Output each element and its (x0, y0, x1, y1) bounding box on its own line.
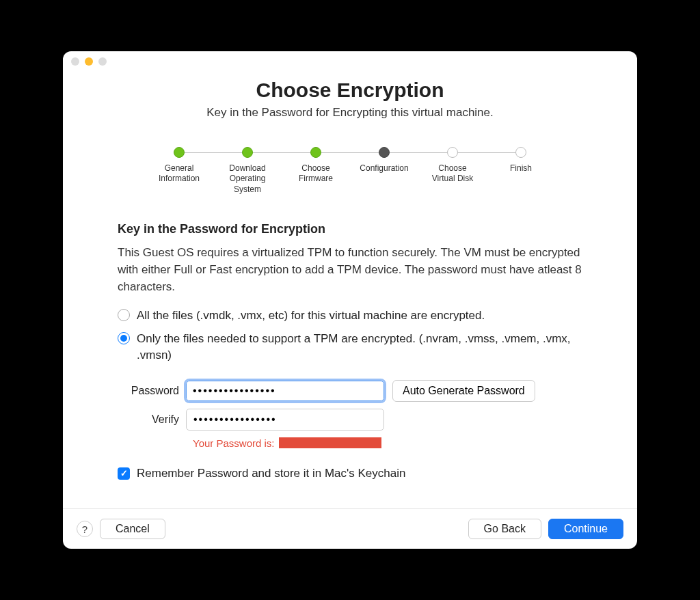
step-label: DownloadOperatingSystem (229, 163, 265, 195)
step-label: ChooseVirtual Disk (432, 163, 473, 185)
step-dot-done-icon (242, 147, 253, 158)
password-hint-text: Your Password is: (193, 437, 275, 449)
step-label: Configuration (360, 163, 408, 174)
step-dot-done-icon (174, 147, 185, 158)
wizard-window: Choose Encryption Key in the Password fo… (63, 51, 637, 549)
auto-generate-password-button[interactable]: Auto Generate Password (392, 380, 535, 402)
radio-icon (118, 309, 130, 321)
step-download-os: DownloadOperatingSystem (213, 147, 282, 195)
wizard-stepper: GeneralInformation DownloadOperatingSyst… (90, 147, 610, 195)
step-general-information: GeneralInformation (145, 147, 213, 185)
dialog-footer: ? Cancel Go Back Continue (63, 508, 637, 549)
verify-password-input[interactable] (186, 409, 384, 431)
section-body: This Guest OS requires a virtualized TPM… (118, 245, 582, 295)
page-subtitle: Key in the Password for Encrypting this … (90, 106, 610, 120)
remember-password-checkbox[interactable]: ✓ Remember Password and store it in Mac'… (118, 465, 582, 482)
radio-label: Only the files needed to support a TPM a… (137, 331, 582, 364)
radio-label: All the files (.vmdk, .vmx, etc) for thi… (137, 308, 485, 324)
section-heading: Key in the Password for Encryption (118, 222, 582, 236)
step-label: Finish (510, 163, 532, 174)
continue-button[interactable]: Continue (548, 519, 623, 539)
password-form: Password Auto Generate Password Verify Y… (118, 380, 582, 449)
password-input[interactable] (186, 381, 384, 401)
step-dot-current-icon (379, 147, 390, 158)
encryption-section: Key in the Password for Encryption This … (90, 222, 610, 481)
go-back-button[interactable]: Go Back (468, 519, 541, 539)
titlebar (63, 51, 637, 72)
window-close-button[interactable] (71, 57, 79, 66)
radio-fast-encryption[interactable]: Only the files needed to support a TPM a… (118, 331, 582, 364)
verify-label: Verify (118, 413, 186, 426)
page-title: Choose Encryption (90, 79, 610, 102)
password-redacted (279, 437, 381, 448)
step-dot-future-icon (447, 147, 458, 158)
step-finish: Finish (487, 147, 555, 174)
checkbox-checked-icon: ✓ (118, 467, 130, 480)
step-label: GeneralInformation (159, 163, 200, 185)
password-hint: Your Password is: (193, 437, 582, 449)
checkbox-label: Remember Password and store it in Mac's … (137, 465, 405, 482)
step-label: ChooseFirmware (299, 163, 333, 185)
radio-selected-icon (118, 332, 130, 344)
help-button[interactable]: ? (77, 521, 93, 537)
step-dot-done-icon (310, 147, 321, 158)
step-dot-future-icon (515, 147, 526, 158)
cancel-button[interactable]: Cancel (100, 519, 165, 539)
window-zoom-button[interactable] (98, 57, 107, 66)
radio-full-encryption[interactable]: All the files (.vmdk, .vmx, etc) for thi… (118, 308, 582, 324)
step-configuration: Configuration (350, 147, 418, 174)
window-minimize-button[interactable] (85, 57, 93, 66)
password-label: Password (118, 385, 186, 397)
content-area: Choose Encryption Key in the Password fo… (63, 79, 637, 509)
